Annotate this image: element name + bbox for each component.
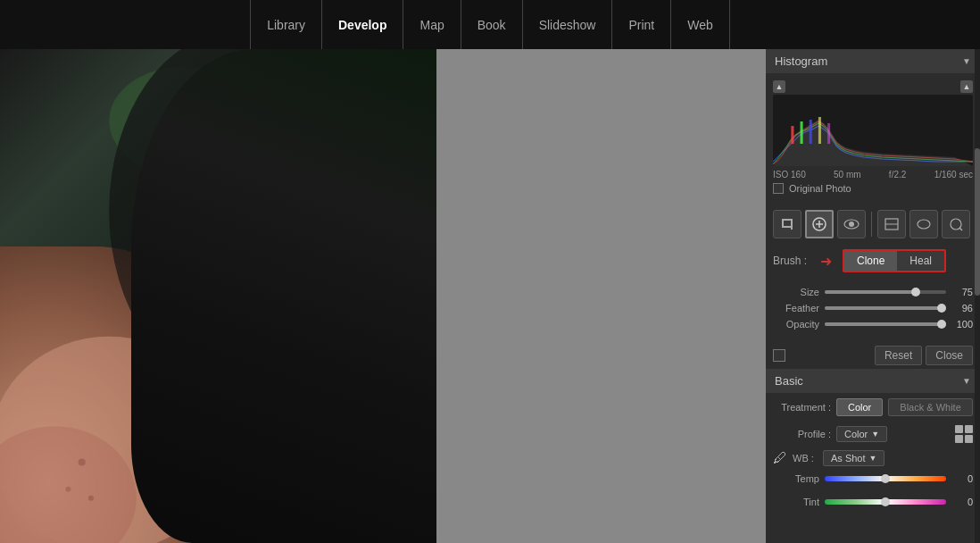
spot-removal-tool[interactable] xyxy=(805,210,834,238)
svg-point-9 xyxy=(88,496,94,501)
temp-slider-row: Temp 0 xyxy=(766,470,980,488)
iso-value: ISO 160 xyxy=(773,170,806,180)
reset-close-row: Reset Close xyxy=(766,342,980,369)
histogram-arrows: ▲ ▲ xyxy=(773,80,973,93)
tint-value: 0 xyxy=(951,497,973,507)
red-eye-tool[interactable] xyxy=(837,210,866,238)
histogram-meta: ISO 160 50 mm f/2.2 1/160 sec xyxy=(773,170,973,180)
aperture-value: f/2.2 xyxy=(889,170,906,180)
nav-print[interactable]: Print xyxy=(612,0,671,49)
brush-row: Brush : ➜ Clone Heal xyxy=(773,249,973,272)
wb-dropdown-icon: ▼ xyxy=(869,454,877,463)
treatment-label: Treatment : xyxy=(773,402,831,413)
profile-value: Color xyxy=(844,429,868,439)
scrollbar-thumb[interactable] xyxy=(975,148,980,297)
svg-rect-16 xyxy=(827,123,830,144)
svg-point-1 xyxy=(254,121,436,336)
svg-rect-13 xyxy=(801,121,803,144)
slider-section: Size 75 Feather 96 Opacity xyxy=(766,285,980,342)
treatment-row: Treatment : Color Black & White xyxy=(766,393,980,422)
tint-thumb[interactable] xyxy=(881,497,890,506)
arrow-indicator: ➜ xyxy=(820,253,832,270)
opacity-slider-row: Opacity 100 xyxy=(773,319,973,330)
eyedropper-icon[interactable]: 🖊 xyxy=(773,450,787,466)
size-value: 75 xyxy=(951,287,973,297)
feather-value: 96 xyxy=(951,303,973,313)
tools-row xyxy=(766,205,980,244)
temp-value: 0 xyxy=(951,473,973,484)
opacity-slider-track[interactable] xyxy=(825,322,946,326)
nav-develop[interactable]: Develop xyxy=(322,0,403,49)
temp-label: Temp xyxy=(773,473,819,484)
brush-label: Brush : xyxy=(773,255,813,267)
radial-filter-tool[interactable] xyxy=(909,210,938,238)
heal-button[interactable]: Heal xyxy=(897,251,944,271)
basic-chevron: ▼ xyxy=(962,376,971,386)
tint-slider-track[interactable] xyxy=(825,499,946,505)
nav-map[interactable]: Map xyxy=(403,0,461,49)
histogram-section: ▲ ▲ xyxy=(766,73,980,205)
histogram-shadow-clip[interactable]: ▲ xyxy=(773,80,785,93)
profile-grid-icon[interactable] xyxy=(955,425,973,443)
profile-label: Profile : xyxy=(773,429,831,439)
focal-length: 50 mm xyxy=(834,170,861,180)
temp-thumb[interactable] xyxy=(881,474,890,483)
clone-heal-buttons: Clone Heal xyxy=(843,249,946,272)
photo-canvas xyxy=(0,49,766,543)
basic-header[interactable]: Basic ▼ xyxy=(766,369,980,393)
grid-cell-4 xyxy=(965,435,973,443)
photo-after xyxy=(436,49,766,543)
svg-rect-20 xyxy=(784,219,793,221)
tint-slider-row: Tint 0 xyxy=(766,493,980,514)
crop-tool[interactable] xyxy=(773,210,801,238)
graduated-filter-tool[interactable] xyxy=(877,210,906,238)
histogram-header[interactable]: Histogram ▼ xyxy=(766,49,980,73)
histogram-highlight-clip[interactable]: ▲ xyxy=(960,80,973,93)
wb-row: 🖊 WB : As Shot ▼ xyxy=(766,447,980,470)
svg-point-0 xyxy=(182,67,401,211)
wb-select[interactable]: As Shot ▼ xyxy=(823,450,884,466)
profile-select[interactable]: Color ▼ xyxy=(836,426,887,442)
size-label: Size xyxy=(773,287,819,297)
feather-slider-track[interactable] xyxy=(825,306,946,310)
svg-rect-19 xyxy=(791,221,793,230)
basic-section: Treatment : Color Black & White Profile … xyxy=(766,393,980,520)
scrollbar[interactable] xyxy=(975,49,980,543)
clone-button[interactable]: Clone xyxy=(844,251,897,271)
svg-line-30 xyxy=(959,228,962,230)
photo-panel xyxy=(0,49,766,543)
photo-before xyxy=(0,49,436,543)
tools-separator xyxy=(871,212,872,237)
svg-rect-12 xyxy=(791,126,793,144)
adjustment-brush-tool[interactable] xyxy=(942,210,970,238)
reset-button[interactable]: Reset xyxy=(875,346,922,365)
size-slider-row: Size 75 xyxy=(773,287,973,297)
color-treatment-button[interactable]: Color xyxy=(836,398,883,416)
histogram-chevron: ▼ xyxy=(962,56,971,66)
spot-checkbox[interactable] xyxy=(773,349,785,362)
size-slider-track[interactable] xyxy=(825,290,946,294)
svg-point-25 xyxy=(849,221,854,227)
wb-value: As Shot xyxy=(831,453,866,464)
feather-slider-row: Feather 96 xyxy=(773,303,973,313)
grid-cell-2 xyxy=(965,425,973,433)
svg-rect-14 xyxy=(810,120,812,144)
svg-point-7 xyxy=(79,458,86,465)
nav-library[interactable]: Library xyxy=(250,0,322,49)
main-area: Histogram ▼ ▲ ▲ xyxy=(0,49,980,543)
svg-point-3 xyxy=(109,49,363,390)
svg-point-4 xyxy=(219,112,364,435)
grid-cell-1 xyxy=(955,425,963,433)
feather-label: Feather xyxy=(773,303,819,313)
close-button[interactable]: Close xyxy=(926,346,973,365)
shutter-speed: 1/160 sec xyxy=(934,170,973,180)
nav-book[interactable]: Book xyxy=(461,0,523,49)
bw-treatment-button[interactable]: Black & White xyxy=(888,398,972,416)
nav-slideshow[interactable]: Slideshow xyxy=(523,0,613,49)
svg-point-8 xyxy=(65,487,71,492)
nav-web[interactable]: Web xyxy=(671,0,730,49)
temp-slider-track[interactable] xyxy=(825,476,946,481)
original-photo-checkbox[interactable] xyxy=(773,183,784,194)
profile-dropdown-icon: ▼ xyxy=(871,430,879,439)
opacity-label: Opacity xyxy=(773,319,819,330)
